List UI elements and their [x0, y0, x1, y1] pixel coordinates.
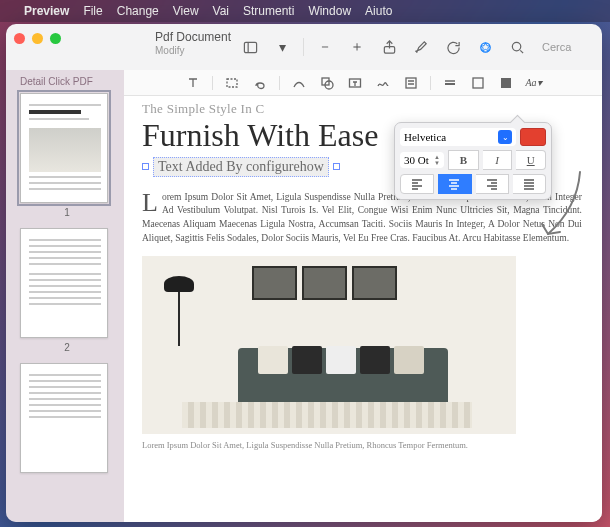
highlight-button[interactable] [406, 34, 436, 60]
font-family-select[interactable]: Helvetica ⌄ [400, 128, 516, 146]
sidebar-toggle-button[interactable] [235, 34, 265, 60]
page-thumbnail-3[interactable] [20, 363, 108, 473]
rotate-button[interactable] [438, 34, 468, 60]
text-selection-handle-left[interactable] [142, 163, 149, 170]
text-style-popover: Helvetica ⌄ 30 Ot ▲▼ B I U [394, 122, 552, 200]
preview-window: Pdf Document Modify ▾ － ＋ Cerca De [6, 24, 602, 522]
align-center-button[interactable] [438, 174, 471, 194]
lasso-tool[interactable] [248, 73, 272, 93]
text-selection-handle-right[interactable] [333, 163, 340, 170]
svg-point-4 [512, 42, 520, 50]
fill-color-tool[interactable] [494, 73, 518, 93]
menu-window[interactable]: Window [308, 4, 351, 18]
line-style-tool[interactable] [438, 73, 462, 93]
menu-strumenti[interactable]: Strumenti [243, 4, 294, 18]
italic-button[interactable]: I [483, 150, 513, 170]
minimize-window-button[interactable] [32, 33, 43, 44]
svg-rect-13 [473, 78, 483, 88]
search-field[interactable]: Cerca [534, 38, 594, 56]
note-tool[interactable] [399, 73, 423, 93]
bold-button[interactable]: B [448, 150, 479, 170]
menu-vai[interactable]: Vai [213, 4, 229, 18]
sketch-tool[interactable] [287, 73, 311, 93]
align-left-button[interactable] [400, 174, 434, 194]
menu-aiuto[interactable]: Aiuto [365, 4, 392, 18]
svg-rect-0 [244, 42, 256, 52]
markup-toolbar-button[interactable] [470, 34, 500, 60]
search-icon[interactable] [502, 34, 532, 60]
text-color-swatch[interactable] [520, 128, 546, 146]
sign-tool[interactable] [371, 73, 395, 93]
page-number-1: 1 [20, 207, 114, 218]
menu-change[interactable]: Change [117, 4, 159, 18]
font-size-stepper[interactable]: 30 Ot ▲▼ [400, 152, 444, 168]
text-tool[interactable] [343, 73, 367, 93]
svg-line-5 [520, 50, 523, 53]
sidebar-label: Detail Click PDF [20, 76, 114, 87]
text-select-tool[interactable] [181, 73, 205, 93]
svg-rect-10 [406, 78, 416, 88]
share-button[interactable] [374, 34, 404, 60]
menu-file[interactable]: File [83, 4, 102, 18]
window-toolbar: ▾ － ＋ Cerca [235, 26, 594, 68]
page-thumbnail-2[interactable] [20, 228, 108, 338]
chevron-down-icon: ⌄ [498, 130, 512, 144]
svg-rect-14 [501, 78, 511, 88]
text-style-tool[interactable]: Aa▾ [522, 73, 546, 93]
document-area[interactable]: Aa▾ The Simple Style In C Furnish With E… [124, 70, 602, 522]
zoom-window-button[interactable] [50, 33, 61, 44]
app-menu[interactable]: Preview [24, 4, 69, 18]
zoom-out-button[interactable]: － [310, 34, 340, 60]
markup-toolbar: Aa▾ [124, 70, 602, 96]
article-subtitle: The Simple Style In C [142, 102, 582, 115]
thumbnails-sidebar: Detail Click PDF 1 2 [6, 70, 124, 522]
shapes-tool[interactable] [315, 73, 339, 93]
align-justify-button[interactable] [513, 174, 546, 194]
svg-rect-6 [227, 79, 237, 87]
system-menubar: Preview File Change View Vai Strumenti W… [0, 0, 610, 22]
zoom-in-button[interactable]: ＋ [342, 34, 372, 60]
page-thumbnail-1[interactable] [20, 93, 108, 203]
menu-view[interactable]: View [173, 4, 199, 18]
rect-select-tool[interactable] [220, 73, 244, 93]
font-family-value: Helvetica [404, 131, 446, 143]
added-text-annotation[interactable]: Text Added By configurehow [153, 157, 329, 177]
page-number-2: 2 [20, 342, 114, 353]
underline-button[interactable]: U [516, 150, 546, 170]
toolbar-divider [303, 38, 304, 56]
view-mode-button[interactable]: ▾ [267, 34, 297, 60]
close-window-button[interactable] [14, 33, 25, 44]
align-right-button[interactable] [476, 174, 509, 194]
photo-caption: Lorem Ipsum Dolor Sit Amet, Ligula Suspe… [142, 440, 582, 450]
border-color-tool[interactable] [466, 73, 490, 93]
article-photo [142, 256, 516, 434]
